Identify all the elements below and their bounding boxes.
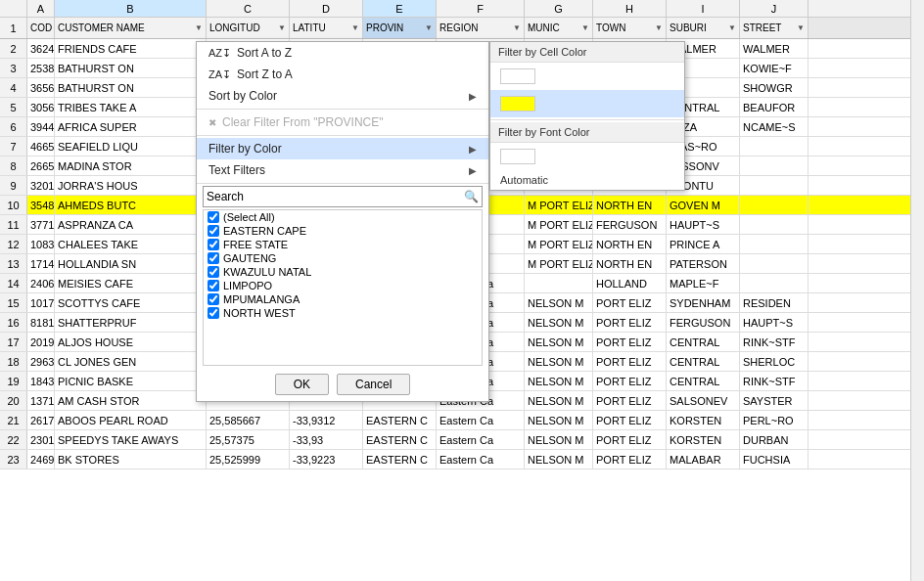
font-color-white-item[interactable] <box>490 143 684 170</box>
data-cell: SHERLOC <box>740 352 808 371</box>
col-munic-dropdown[interactable]: ▼ <box>581 23 589 32</box>
col-lon-header[interactable]: LONGITUD▼ <box>207 18 290 38</box>
data-cell: -33,93 <box>290 430 363 449</box>
col-munic-header[interactable]: MUNIC▼ <box>525 18 593 38</box>
col-prov-dropdown[interactable]: ▼ <box>425 23 433 32</box>
checkbox-gauteng-input[interactable] <box>208 252 219 264</box>
sort-by-color-item[interactable]: Sort by Color ▶ <box>197 85 488 107</box>
col-region-dropdown[interactable]: ▼ <box>513 23 521 32</box>
checkbox-limpopo-input[interactable] <box>208 280 219 291</box>
data-cell: NORTH EN <box>593 196 667 214</box>
checkbox-mpumalanga-input[interactable] <box>208 293 219 305</box>
col-cod-header[interactable]: COD▼ <box>27 18 55 38</box>
data-cell: PORT ELIZ <box>593 372 667 390</box>
col-letter-i[interactable]: I <box>667 0 740 17</box>
checkbox-select-all-input[interactable] <box>208 211 219 223</box>
row-num-cell: 13 <box>0 254 27 273</box>
checkbox-select-all[interactable]: (Select All) <box>204 210 482 224</box>
checkbox-free-state[interactable]: FREE STATE <box>204 238 482 251</box>
data-cell: 23010 <box>27 430 55 449</box>
checkbox-eastern-cape[interactable]: EASTERN CAPE <box>204 224 482 238</box>
checkbox-free-state-input[interactable] <box>208 239 219 250</box>
data-cell: CENTRAL <box>667 372 740 390</box>
checkbox-kwazulu-natal-input[interactable] <box>208 266 219 278</box>
data-cell <box>740 215 808 234</box>
sort-az-item[interactable]: AZ↧ Sort A to Z <box>197 42 488 64</box>
col-suburb-dropdown[interactable]: ▼ <box>728 23 736 32</box>
data-cell: 25,585667 <box>207 411 290 429</box>
col-letter-g[interactable]: G <box>525 0 593 17</box>
ok-button[interactable]: OK <box>275 374 329 395</box>
col-region-header[interactable]: REGION▼ <box>437 18 525 38</box>
color-yellow-item[interactable] <box>490 90 684 117</box>
search-box[interactable]: 🔍 <box>203 186 483 207</box>
data-cell: 25,57375 <box>207 430 290 449</box>
data-cell: PATERSON <box>667 254 740 273</box>
data-cell: WALMER <box>740 39 808 58</box>
data-cell: NCAME~S <box>740 117 808 136</box>
col-lat-dropdown[interactable]: ▼ <box>351 23 359 32</box>
col-letter-a[interactable]: A <box>27 0 55 17</box>
data-cell: NORTH EN <box>593 235 667 253</box>
vertical-scrollbar[interactable] <box>910 0 924 581</box>
data-cell: RINK~STF <box>740 372 808 390</box>
data-cell: 25,525999 <box>207 450 290 469</box>
filter-dropdown[interactable]: AZ↧ Sort A to Z ZA↧ Sort Z to A Sort by … <box>196 41 489 402</box>
row-num-cell: 23 <box>0 450 27 469</box>
sort-za-item[interactable]: ZA↧ Sort Z to A <box>197 64 488 85</box>
checkbox-list[interactable]: (Select All) EASTERN CAPE FREE STATE GAU… <box>203 209 483 366</box>
data-cell: 37713 <box>27 215 55 234</box>
search-input[interactable] <box>207 190 464 203</box>
col-letter-e[interactable]: E <box>363 0 437 17</box>
color-white-item[interactable] <box>490 63 684 90</box>
data-cell: SPEEDYS TAKE AWAYS <box>55 430 207 449</box>
col-town-header[interactable]: TOWN▼ <box>593 18 667 38</box>
cancel-button[interactable]: Cancel <box>337 374 410 395</box>
row-num-cell: 16 <box>0 313 27 332</box>
data-cell: PICNIC BASKE <box>55 372 207 390</box>
col-street-dropdown[interactable]: ▼ <box>797 23 805 32</box>
checkbox-kwazulu-natal[interactable]: KWAZULU NATAL <box>204 265 482 279</box>
data-cell: 2019 <box>27 333 55 351</box>
checkbox-eastern-cape-input[interactable] <box>208 225 219 237</box>
text-filters-label: Text Filters <box>208 163 265 177</box>
data-cell <box>740 156 808 175</box>
col-letter-d[interactable]: D <box>290 0 363 17</box>
col-lon-dropdown[interactable]: ▼ <box>278 23 286 32</box>
text-filters-item[interactable]: Text Filters ▶ <box>197 159 488 181</box>
data-cell: NELSON M <box>525 333 593 351</box>
checkbox-north-west[interactable]: NORTH WEST <box>204 306 482 320</box>
col-name-header[interactable]: CUSTOMER NAME▼ <box>55 18 207 38</box>
data-cell: 36248 <box>27 39 55 58</box>
col-letter-j[interactable]: J <box>740 0 808 17</box>
col-suburb-header[interactable]: SUBURI▼ <box>667 18 740 38</box>
col-letter-h[interactable]: H <box>593 0 667 17</box>
col-name-dropdown[interactable]: ▼ <box>195 23 203 32</box>
col-town-dropdown[interactable]: ▼ <box>655 23 663 32</box>
sort-za-icon: ZA↧ <box>208 68 231 81</box>
data-cell: 10174 <box>27 293 55 312</box>
filter-by-color-submenu[interactable]: Filter by Cell Color Filter by Font Colo… <box>489 41 685 191</box>
row-num-cell: 17 <box>0 333 27 351</box>
checkbox-north-west-input[interactable] <box>208 307 219 319</box>
data-cell: MAPLE~F <box>667 274 740 292</box>
checkbox-mpumalanga[interactable]: MPUMALANGA <box>204 292 482 306</box>
data-cell: BK STORES <box>55 450 207 469</box>
divider-3 <box>197 183 488 184</box>
checkbox-limpopo[interactable]: LIMPOPO <box>204 279 482 292</box>
col-prov-header[interactable]: PROVIN▼ <box>363 18 437 38</box>
checkbox-gauteng[interactable]: GAUTENG <box>204 251 482 265</box>
filter-by-color-item[interactable]: Filter by Color ▶ <box>197 138 488 159</box>
data-cell <box>740 137 808 156</box>
filter-by-color-label: Filter by Color <box>208 142 282 156</box>
col-lat-header[interactable]: LATITU▼ <box>290 18 363 38</box>
sort-za-label: Sort Z to A <box>237 67 293 81</box>
data-cell: -33,9312 <box>290 411 363 429</box>
col-letter-c[interactable]: C <box>207 0 290 17</box>
checkbox-mpumalanga-label: MPUMALANGA <box>223 293 300 305</box>
col-street-header[interactable]: STREET▼ <box>740 18 808 38</box>
col-letter-f[interactable]: F <box>437 0 525 17</box>
col-letter-b[interactable]: B <box>55 0 207 17</box>
data-cell: BATHURST ON <box>55 59 207 77</box>
font-color-white-swatch <box>500 149 535 164</box>
